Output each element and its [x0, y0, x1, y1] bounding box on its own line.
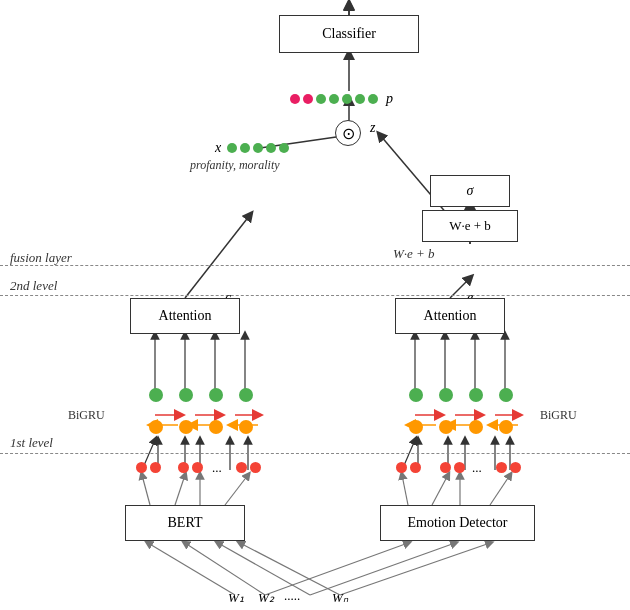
sigma-box: σ — [430, 175, 510, 207]
red-right-3a — [496, 462, 507, 473]
emotion-detector-label: Emotion Detector — [408, 515, 508, 531]
attention-left-box: Attention — [130, 298, 240, 334]
first-level-line — [0, 453, 630, 454]
bigru-right-orange-2 — [439, 420, 453, 434]
attention-right-box: Attention — [395, 298, 505, 334]
x-dot-3 — [253, 143, 263, 153]
dot-operator: ⊙ — [335, 120, 361, 146]
profanity-morality-label: profanity, morality — [190, 158, 280, 173]
attention-left-label: Attention — [159, 308, 212, 324]
svg-line-48 — [148, 543, 235, 595]
bigru-left-orange-4 — [239, 420, 253, 434]
p-dot-5 — [342, 94, 352, 104]
we-b-box: W·e + b — [422, 210, 518, 242]
red-left-1b — [150, 462, 161, 473]
bigru-right-orange-4 — [499, 420, 513, 434]
bigru-right-label: BiGRU — [540, 408, 577, 423]
bert-label: BERT — [168, 515, 203, 531]
svg-line-44 — [402, 475, 408, 505]
bigru-right-node-2 — [439, 388, 453, 402]
red-right-1b — [410, 462, 421, 473]
p-dot-7 — [368, 94, 378, 104]
p-dot-4 — [329, 94, 339, 104]
svg-line-43 — [225, 475, 248, 505]
svg-line-40 — [142, 475, 150, 505]
svg-line-6 — [185, 215, 250, 298]
bigru-right-orange-3 — [469, 420, 483, 434]
first-level-label: 1st level — [10, 435, 53, 451]
svg-line-45 — [432, 475, 448, 505]
bigru-right-node-4 — [499, 388, 513, 402]
w2-label: W₂ — [258, 590, 274, 606]
bigru-left-node-3 — [209, 388, 223, 402]
fusion-layer-line — [0, 265, 630, 266]
bigru-right-node-3 — [469, 388, 483, 402]
classifier-box: Classifier — [279, 15, 419, 53]
x-dots-container: x — [215, 140, 289, 156]
classifier-label: Classifier — [322, 26, 376, 42]
wn-label: Wₙ — [332, 590, 348, 606]
w1-label: W₁ — [228, 590, 244, 606]
fusion-layer-label: fusion layer — [10, 250, 72, 266]
bigru-left-orange-1 — [149, 420, 163, 434]
right-dots-label: ... — [472, 460, 482, 476]
red-left-2b — [192, 462, 203, 473]
attention-right-label: Attention — [424, 308, 477, 324]
p-dot-6 — [355, 94, 365, 104]
bigru-right-orange-1 — [409, 420, 423, 434]
x-dot-4 — [266, 143, 276, 153]
x-dot-5 — [279, 143, 289, 153]
second-level-label: 2nd level — [10, 278, 57, 294]
p-dot-1 — [290, 94, 300, 104]
red-right-2a — [440, 462, 451, 473]
red-left-2a — [178, 462, 189, 473]
red-left-1a — [136, 462, 147, 473]
svg-line-47 — [490, 475, 510, 505]
emotion-detector-box: Emotion Detector — [380, 505, 535, 541]
red-right-1a — [396, 462, 407, 473]
bigru-right-node-1 — [409, 388, 423, 402]
svg-line-41 — [175, 475, 185, 505]
p-label: p — [386, 91, 393, 107]
z-label: z — [370, 120, 375, 136]
bigru-left-node-4 — [239, 388, 253, 402]
svg-line-49 — [185, 543, 265, 595]
x-dot-1 — [227, 143, 237, 153]
p-dot-3 — [316, 94, 326, 104]
bigru-left-orange-2 — [179, 420, 193, 434]
wive-label: W·e + b — [393, 246, 435, 262]
we-b-label: W·e + b — [449, 218, 491, 234]
dots-bottom-label: ..... — [284, 588, 300, 604]
svg-line-54 — [340, 543, 490, 595]
red-left-3a — [236, 462, 247, 473]
red-left-3b — [250, 462, 261, 473]
bert-box: BERT — [125, 505, 245, 541]
bigru-left-node-1 — [149, 388, 163, 402]
x-label-text: x — [215, 140, 221, 156]
red-right-2b — [454, 462, 465, 473]
architecture-diagram: Classifier p ⊙ z x profanity, morality σ… — [0, 0, 630, 610]
p-dots-container: p — [290, 91, 393, 107]
bigru-left-node-2 — [179, 388, 193, 402]
svg-line-53 — [310, 543, 455, 595]
x-dot-2 — [240, 143, 250, 153]
bigru-left-orange-3 — [209, 420, 223, 434]
p-dot-2 — [303, 94, 313, 104]
second-level-line — [0, 295, 630, 296]
bigru-left-label: BiGRU — [68, 408, 105, 423]
red-right-3b — [510, 462, 521, 473]
left-dots-label: ... — [212, 460, 222, 476]
